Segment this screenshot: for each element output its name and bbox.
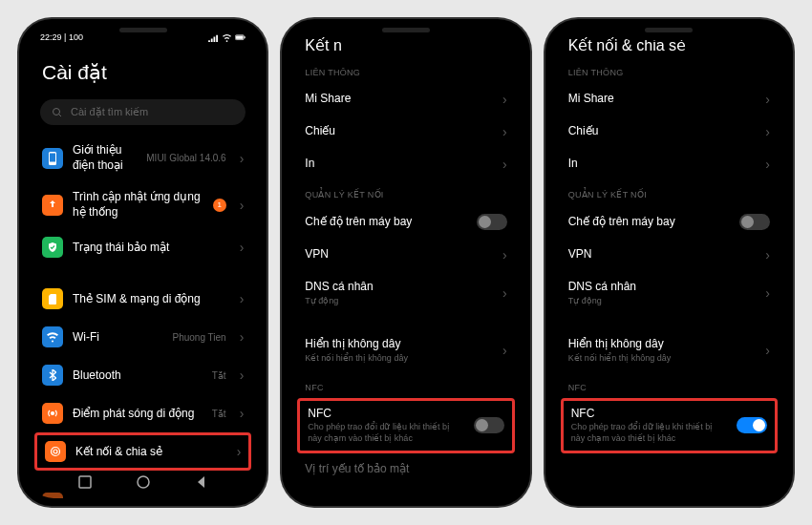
row-value: Tắt (212, 409, 226, 419)
notch (91, 19, 196, 40)
row-sub: Cho phép trao đổi dữ liệu khi thiết bị n… (308, 422, 463, 444)
row-title: Hiển thị không dây (568, 337, 757, 352)
notch (616, 19, 721, 40)
chevron-right-icon: › (765, 124, 770, 139)
row-nfc[interactable]: NFCCho phép trao đổi dữ liệu khi thiết b… (561, 398, 778, 453)
row-wireless-display[interactable]: Hiển thị không dâyKết nối hiển thị không… (289, 328, 522, 372)
chevron-right-icon: › (765, 285, 770, 301)
page-title: Cài đặt (27, 44, 259, 94)
svg-line-4 (59, 114, 62, 116)
row-cast[interactable]: Chiếu› (553, 116, 785, 148)
row-print[interactable]: In› (553, 148, 785, 180)
nfc-toggle[interactable] (474, 417, 504, 433)
row-title: NFC (571, 407, 727, 422)
row-sub: Cho phép trao đổi dữ liệu khi thiết bị n… (571, 422, 727, 444)
svg-rect-2 (245, 36, 246, 38)
row-mishare[interactable]: Mi Share› (553, 83, 785, 116)
row-wireless-display[interactable]: Hiển thị không dâyKết nối hiển thị không… (553, 328, 785, 372)
chevron-right-icon: › (765, 247, 770, 262)
row-connect-share[interactable]: Kết nối & chia sẻ › (34, 432, 251, 471)
row-nfc[interactable]: NFCCho phép trao đổi dữ liệu khi thiết b… (297, 398, 514, 453)
chevron-right-icon: › (240, 151, 245, 166)
screen-3: Kết nối & chia sẻ LIÊN THÔNG Mi Share› C… (553, 27, 785, 498)
chevron-right-icon: › (237, 444, 242, 459)
chevron-right-icon: › (240, 291, 245, 306)
nav-back-icon[interactable] (195, 475, 208, 489)
nfc-toggle[interactable] (737, 417, 767, 433)
row-hotspot[interactable]: Điểm phát sóng di động Tắt › (27, 394, 259, 432)
display-icon (42, 493, 63, 498)
row-title: Giới thiệu điện thoại (73, 143, 137, 173)
row-print[interactable]: In› (289, 148, 522, 180)
section-nfc: NFC (289, 373, 522, 398)
phone-frame-1: 22:29 | 100 Cài đặt Cài đặt tìm kiếm Giớ… (19, 19, 267, 506)
row-title: Điểm phát sóng di động (73, 407, 203, 422)
chevron-right-icon: › (765, 157, 770, 172)
row-title: Hiển thị không dây (305, 337, 493, 352)
row-system-update[interactable]: Trình cập nhật ứng dụng hệ thống 1 › (27, 181, 259, 228)
row-bluetooth[interactable]: Bluetooth Tắt › (27, 356, 259, 394)
row-title: Mi Share (568, 92, 757, 107)
update-badge: 1 (213, 199, 226, 212)
screen-2: Kết n LIÊN THÔNG Mi Share› Chiếu› In› QU… (289, 27, 522, 498)
chevron-right-icon: › (240, 240, 245, 255)
section-interconnect: LIÊN THÔNG (289, 58, 522, 83)
row-wifi[interactable]: Wi-Fi Phuong Tien › (27, 318, 259, 356)
row-value: Phuong Tien (172, 332, 225, 343)
row-about-phone[interactable]: Giới thiệu điện thoại MIUI Global 14.0.6… (27, 135, 259, 181)
chevron-right-icon: › (240, 329, 245, 345)
svg-rect-6 (50, 153, 55, 161)
wifi-icon (42, 326, 63, 347)
section-connection-mgmt: QUẢN LÝ KẾT NỐI (553, 180, 785, 205)
svg-point-8 (53, 450, 57, 453)
search-input[interactable]: Cài đặt tìm kiếm (40, 99, 246, 125)
row-title: Chiếu (305, 124, 493, 139)
airplane-toggle[interactable] (739, 214, 770, 230)
section-nfc: NFC (553, 373, 785, 398)
row-cast[interactable]: Chiếu› (289, 116, 522, 148)
chevron-right-icon: › (240, 406, 245, 421)
row-mishare[interactable]: Mi Share› (289, 83, 522, 116)
chevron-right-icon: › (502, 285, 507, 301)
wifi-icon (222, 33, 232, 42)
chevron-right-icon: › (502, 124, 507, 139)
row-title: Trình cập nhật ứng dụng hệ thống (73, 190, 203, 220)
nav-bar (27, 472, 259, 493)
chevron-right-icon: › (240, 368, 245, 383)
chevron-right-icon: › (502, 343, 507, 358)
chevron-right-icon: › (502, 92, 507, 107)
row-security-status[interactable]: Trạng thái bảo mật › (27, 228, 259, 266)
status-time: 22:29 (40, 32, 62, 42)
connect-icon (45, 441, 66, 462)
row-airplane[interactable]: Chế độ trên máy bay (553, 205, 785, 239)
row-title: Always-on display & Màn hình (73, 496, 244, 498)
row-vpn[interactable]: VPN› (289, 239, 522, 271)
bluetooth-icon (42, 365, 63, 386)
row-title: Vị trí yếu tố bảo mật (305, 462, 506, 477)
row-vpn[interactable]: VPN› (553, 239, 785, 271)
airplane-toggle[interactable] (477, 214, 507, 230)
row-secure-element[interactable]: Vị trí yếu tố bảo mật (289, 453, 522, 486)
row-title: DNS cá nhân (568, 280, 757, 295)
status-icons (208, 33, 246, 42)
status-batt: 100 (69, 32, 83, 42)
update-icon (42, 195, 63, 216)
svg-rect-1 (236, 35, 244, 38)
svg-point-3 (53, 108, 60, 115)
row-value: MIUI Global 14.0.6 (146, 153, 225, 163)
nav-recent-icon[interactable] (78, 475, 92, 489)
notch (353, 19, 459, 40)
chevron-right-icon: › (502, 247, 507, 262)
search-placeholder: Cài đặt tìm kiếm (71, 106, 148, 118)
nav-home-icon[interactable] (137, 475, 150, 489)
row-airplane[interactable]: Chế độ trên máy bay (289, 205, 522, 239)
signal-icon (208, 33, 219, 42)
search-icon (52, 107, 63, 118)
screen-1: 22:29 | 100 Cài đặt Cài đặt tìm kiếm Giớ… (27, 27, 259, 498)
row-sub: Tự động (305, 296, 493, 307)
row-title: Mi Share (305, 92, 493, 107)
row-sim[interactable]: Thẻ SIM & mạng di động › (27, 280, 259, 318)
svg-point-9 (52, 448, 60, 456)
row-dns[interactable]: DNS cá nhânTự động› (289, 271, 522, 315)
row-dns[interactable]: DNS cá nhânTự động› (553, 271, 785, 315)
